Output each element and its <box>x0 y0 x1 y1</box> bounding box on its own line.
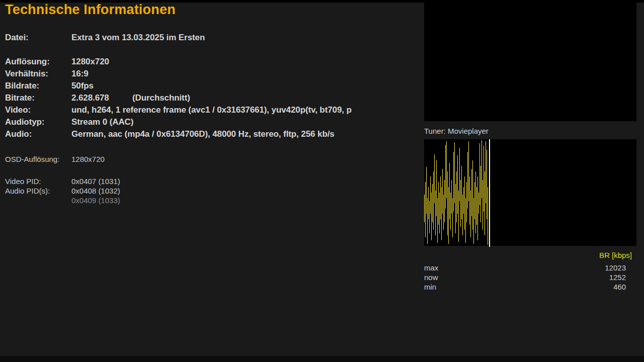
pid-row: 0x0409 (1033) <box>5 196 120 205</box>
stat-value: 1252 <box>609 273 626 282</box>
stat-value: 460 <box>613 282 626 292</box>
graph-now-cursor <box>489 139 490 247</box>
info-row <box>5 44 421 56</box>
info-row: Audiotyp:Stream 0 (AAC) <box>5 116 421 128</box>
bitrate-graph <box>424 139 636 246</box>
info-row: Audio:German, aac (mp4a / 0x6134706D), 4… <box>5 128 421 140</box>
info-value: 644x362 <box>71 57 109 66</box>
stat-label: max <box>424 263 438 272</box>
info-row: Video:und, h264, 1 reference frame (avc1… <box>5 104 421 116</box>
osd-resolution-row: OSD-Auflösung:644x362 <box>5 154 105 164</box>
info-value: 2.628.678 <box>71 93 109 103</box>
stat-row: min460 <box>424 282 626 292</box>
technical-info-list: Datei:Extra 3 vom 13.03.2025 im ErstenAu… <box>5 32 421 140</box>
info-label: Auflösung: <box>5 56 71 68</box>
osd-resolution-value: 644x362 <box>71 155 105 163</box>
info-value: und, h264, 1 reference frame (avc1 / 0x3… <box>71 105 352 115</box>
video-preview <box>424 3 636 121</box>
info-row: Datei:Extra 3 vom 13.03.2025 im Ersten <box>5 32 421 44</box>
info-label: Bildrate: <box>5 80 71 92</box>
info-note: (Durchschnitt) <box>132 92 190 104</box>
info-row: Bitrate:2.628.678(Durchschnitt) <box>5 92 421 104</box>
info-value: 50fps <box>71 81 94 90</box>
pid-label: Video PID: <box>5 176 71 186</box>
tuner-label: Tuner: Movieplayer <box>424 127 489 135</box>
pid-label: Audio PID(s): <box>5 186 71 196</box>
info-value: Extra 3 vom 13.03.2025 im Ersten <box>71 33 205 42</box>
pid-row: Audio PID(s):0x0408 (1032) <box>5 186 120 196</box>
page-title: Technische Informationen <box>5 2 176 18</box>
info-label: Audiotyp: <box>5 116 71 128</box>
info-label: Datei: <box>5 32 71 44</box>
stat-row: now1252 <box>424 273 626 282</box>
pid-value: 0x0407 (1031) <box>71 177 120 186</box>
osd-resolution-label: OSD-Auflösung: <box>5 154 71 164</box>
pid-value: 0x0408 (1032) <box>71 187 120 195</box>
stat-label: min <box>424 283 436 291</box>
stat-row: max12023 <box>424 263 626 273</box>
info-row: Bildrate:50fps <box>5 80 421 92</box>
pid-row: Video PID:0x0407 (1031) <box>5 176 120 186</box>
pid-list: Video PID:0x0407 (1031)Audio PID(s):0x04… <box>5 176 120 205</box>
info-value: German, aac (mp4a / 0x6134706D), 48000 H… <box>71 129 335 139</box>
bitrate-stats-list: max12023now1252min460 <box>424 263 626 292</box>
stat-label: now <box>424 273 438 282</box>
bitrate-unit-label: BR [kbps] <box>424 251 632 259</box>
bottom-letterbox-bar <box>0 356 644 362</box>
info-label: Audio: <box>5 128 71 140</box>
info-row: Verhältnis:16:9 <box>5 68 421 80</box>
info-label: Bitrate: <box>5 92 71 104</box>
info-value: 16:9 <box>71 69 89 78</box>
pid-value: 0x0409 (1033) <box>71 196 120 205</box>
stat-value: 12023 <box>605 263 626 273</box>
info-label: Video: <box>5 104 71 116</box>
bitrate-bar <box>488 187 488 244</box>
info-value: Stream 0 (AAC) <box>71 117 133 127</box>
info-row: Auflösung:644x362 <box>5 56 421 68</box>
info-label: Verhältnis: <box>5 68 71 80</box>
